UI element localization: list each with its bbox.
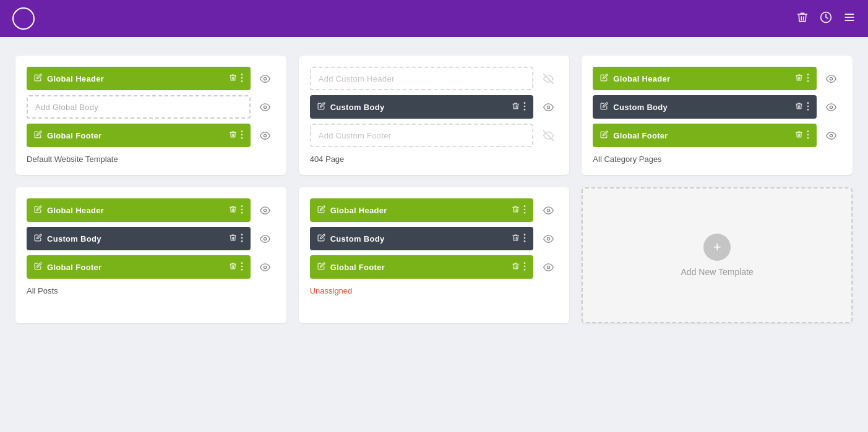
edit-icon[interactable] bbox=[34, 234, 42, 244]
row-button-green[interactable]: Global Header bbox=[593, 67, 817, 90]
edit-icon[interactable] bbox=[34, 74, 42, 83]
more-options-icon[interactable] bbox=[523, 101, 526, 113]
visibility-toggle[interactable] bbox=[256, 97, 275, 117]
visibility-toggle[interactable] bbox=[256, 229, 275, 248]
svg-point-22 bbox=[830, 77, 833, 80]
visibility-toggle[interactable] bbox=[256, 200, 275, 220]
svg-point-40 bbox=[241, 265, 243, 267]
edit-icon[interactable] bbox=[600, 102, 608, 112]
row-button-dark[interactable]: Custom Body bbox=[593, 95, 817, 119]
btn-left: Custom Body bbox=[34, 234, 101, 244]
row-button-green[interactable]: Global Header bbox=[27, 67, 251, 90]
edit-icon[interactable] bbox=[34, 130, 42, 140]
delete-row-icon[interactable] bbox=[512, 102, 520, 112]
svg-point-47 bbox=[524, 234, 526, 235]
edit-icon[interactable] bbox=[34, 205, 42, 215]
visibility-toggle[interactable] bbox=[538, 125, 558, 145]
more-options-icon[interactable] bbox=[241, 205, 243, 216]
divi-logo bbox=[12, 7, 35, 30]
main-content: Global HeaderAdd Global BodyGlobal Foote… bbox=[0, 37, 868, 342]
svg-point-51 bbox=[524, 262, 526, 264]
row-button-dashed-disabled[interactable]: Add Custom Footer bbox=[310, 124, 534, 147]
btn-right bbox=[229, 233, 243, 245]
delete-row-icon[interactable] bbox=[795, 130, 803, 140]
row-button-green[interactable]: Global Header bbox=[27, 198, 251, 222]
delete-row-icon[interactable] bbox=[795, 102, 803, 112]
add-new-circle: + bbox=[703, 234, 731, 261]
edit-icon[interactable] bbox=[317, 234, 325, 244]
more-options-icon[interactable] bbox=[241, 261, 243, 273]
template-row: Custom Body bbox=[310, 95, 559, 119]
more-options-icon[interactable] bbox=[523, 205, 526, 216]
more-options-icon[interactable] bbox=[807, 130, 809, 142]
delete-row-icon[interactable] bbox=[229, 130, 237, 140]
svg-point-32 bbox=[241, 208, 243, 210]
row-button-dashed-disabled[interactable]: Add Custom Header bbox=[310, 67, 534, 90]
more-options-icon[interactable] bbox=[523, 233, 526, 245]
delete-row-icon[interactable] bbox=[512, 262, 520, 272]
delete-row-icon[interactable] bbox=[229, 74, 237, 83]
more-options-icon[interactable] bbox=[241, 130, 243, 142]
edit-icon[interactable] bbox=[317, 262, 325, 272]
row-button-green[interactable]: Global Footer bbox=[27, 124, 251, 147]
visibility-toggle[interactable] bbox=[256, 69, 275, 88]
template-card-404: Add Custom HeaderCustom BodyAdd Custom F… bbox=[299, 56, 570, 175]
template-name: 404 Page bbox=[310, 155, 559, 164]
row-label: Global Footer bbox=[613, 131, 668, 140]
visibility-toggle[interactable] bbox=[822, 125, 841, 145]
row-button-dark[interactable]: Custom Body bbox=[310, 227, 534, 250]
template-row: Global Header bbox=[593, 67, 841, 90]
add-new-template-card[interactable]: +Add New Template bbox=[582, 187, 853, 323]
delete-row-icon[interactable] bbox=[795, 74, 803, 83]
edit-icon[interactable] bbox=[317, 102, 325, 112]
edit-icon[interactable] bbox=[34, 262, 42, 272]
btn-left: Global Footer bbox=[600, 130, 668, 140]
more-options-icon[interactable] bbox=[523, 261, 526, 273]
svg-point-30 bbox=[830, 134, 833, 137]
btn-left: Custom Body bbox=[317, 102, 385, 112]
visibility-toggle[interactable] bbox=[538, 69, 558, 88]
more-options-icon[interactable] bbox=[241, 73, 243, 85]
delete-row-icon[interactable] bbox=[512, 205, 520, 215]
visibility-toggle[interactable] bbox=[256, 125, 275, 145]
delete-row-icon[interactable] bbox=[229, 205, 237, 215]
svg-point-39 bbox=[241, 262, 243, 264]
settings-icon[interactable] bbox=[843, 11, 856, 27]
more-options-icon[interactable] bbox=[807, 73, 809, 85]
visibility-toggle[interactable] bbox=[538, 97, 558, 117]
row-button-dashed[interactable]: Add Global Body bbox=[27, 95, 251, 119]
visibility-toggle[interactable] bbox=[538, 229, 558, 248]
visibility-toggle[interactable] bbox=[822, 69, 841, 88]
svg-point-6 bbox=[241, 80, 243, 82]
row-button-green[interactable]: Global Footer bbox=[27, 255, 251, 279]
row-button-dark[interactable]: Custom Body bbox=[310, 95, 534, 119]
row-button-dark[interactable]: Custom Body bbox=[27, 227, 251, 250]
delete-row-icon[interactable] bbox=[512, 234, 520, 244]
svg-point-26 bbox=[830, 106, 833, 108]
more-options-icon[interactable] bbox=[241, 233, 243, 245]
visibility-toggle[interactable] bbox=[538, 200, 558, 220]
delete-row-icon[interactable] bbox=[229, 262, 237, 272]
delete-row-icon[interactable] bbox=[229, 234, 237, 244]
svg-point-36 bbox=[241, 237, 243, 239]
row-button-green[interactable]: Global Header bbox=[310, 198, 534, 222]
btn-left: Add Custom Footer bbox=[319, 131, 392, 140]
edit-icon[interactable] bbox=[317, 205, 325, 215]
row-label: Global Header bbox=[47, 206, 104, 215]
svg-point-15 bbox=[524, 105, 526, 107]
edit-icon[interactable] bbox=[600, 130, 608, 140]
svg-point-19 bbox=[807, 74, 809, 75]
delete-icon[interactable] bbox=[796, 11, 809, 27]
history-icon[interactable] bbox=[820, 11, 832, 27]
visibility-toggle[interactable] bbox=[256, 257, 275, 277]
visibility-toggle[interactable] bbox=[538, 257, 558, 277]
row-button-green[interactable]: Global Footer bbox=[593, 124, 817, 147]
add-new-inner: +Add New Template bbox=[681, 234, 754, 277]
visibility-toggle[interactable] bbox=[822, 97, 841, 117]
svg-point-11 bbox=[241, 137, 243, 139]
edit-icon[interactable] bbox=[600, 74, 608, 83]
more-options-icon[interactable] bbox=[807, 101, 809, 113]
template-row: Global Footer bbox=[593, 124, 841, 147]
row-label: Custom Body bbox=[330, 234, 385, 244]
row-button-green[interactable]: Global Footer bbox=[310, 255, 534, 279]
